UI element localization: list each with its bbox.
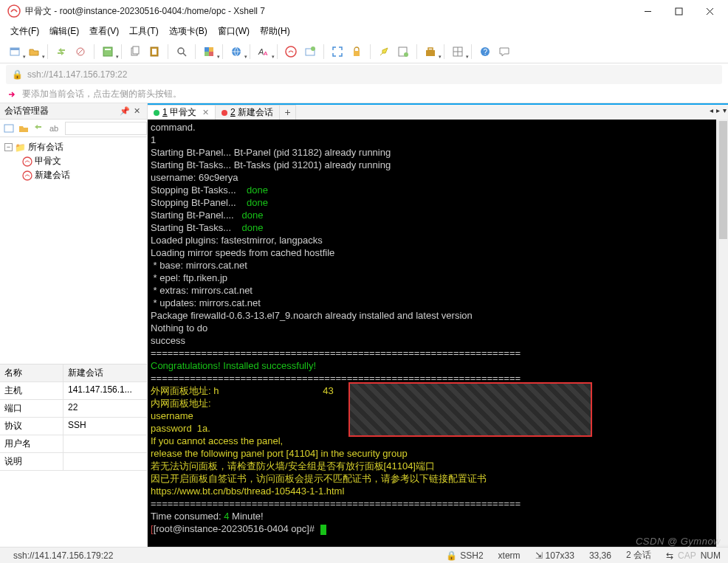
resize-icon: ⇲ [535,550,543,561]
properties-icon[interactable]: ▾ [99,43,117,61]
tab-new-session[interactable]: 2 新建会话 [216,105,280,120]
tab-menu-icon[interactable]: ▾ [723,106,727,114]
svg-rect-31 [428,48,433,50]
status-ssh: 🔒SSH2 [439,550,490,561]
status-dot-icon [222,110,227,116]
svg-point-29 [404,52,408,57]
collapse-icon[interactable]: − [4,143,13,151]
tree-item-jiaguwen[interactable]: 甲骨文 [1,154,145,168]
session-manager-title: 会话管理器 [4,105,119,117]
fullscreen-icon[interactable] [329,43,346,61]
lock-icon[interactable] [348,43,365,61]
session-manager-panel: 会话管理器 📌 ✕ ab − 📁 所有会话 甲骨文 新建会话 [0,103,148,547]
app-icon [7,4,21,18]
tree-root[interactable]: − 📁 所有会话 [1,140,145,154]
menu-tools[interactable]: 工具(T) [125,24,162,39]
session-manager-header: 会话管理器 📌 ✕ [0,103,147,120]
svg-rect-17 [205,47,209,52]
menu-edit[interactable]: 编辑(E) [45,24,83,39]
title-bar: 甲骨文 - root@instance-20230516-0404:/home/… [0,0,728,22]
toolbar: ▾ ▾ ▾ ▾ ▾ AA▾ ▾ ▾ ? [0,40,728,63]
outer-scrollbar[interactable] [718,121,728,545]
maximize-button[interactable] [663,0,694,22]
svg-point-24 [286,46,296,57]
status-term: xterm [491,550,528,561]
session-filter-input[interactable] [65,122,147,135]
new-folder-icon[interactable] [18,122,30,134]
tab-next-icon[interactable]: ▸ [716,106,720,114]
color-scheme-icon[interactable]: ▾ [200,43,218,61]
reconnect-icon[interactable] [52,43,70,61]
new-file-transfer-icon[interactable] [301,43,319,61]
status-pos: 33,36 [582,550,619,561]
layout-icon[interactable]: ▾ [449,43,467,61]
new-icon[interactable] [3,122,15,134]
status-sessions: 2 会话 [619,549,659,562]
refresh-icon[interactable]: ab [47,122,59,134]
menu-window[interactable]: 窗口(W) [213,24,254,39]
prop-row-port: 端口22 [0,400,147,418]
status-size: ⇲107x33 [528,550,582,561]
svg-rect-19 [205,52,209,56]
svg-rect-2 [676,8,682,15]
xftp-icon[interactable] [282,43,300,61]
session-icon [22,156,32,167]
session-tree[interactable]: − 📁 所有会话 甲骨文 新建会话 [0,137,147,362]
tab-prev-icon[interactable]: ◂ [710,106,713,114]
terminal-output[interactable]: command. 1 Starting Bt-Panel... Bt-Panel… [148,120,728,547]
status-address: ssh://141.147.156.179:22 [6,550,120,561]
svg-rect-30 [426,50,435,56]
terminal-cursor [320,525,326,535]
num-indicator: NUM [701,550,721,561]
tab-add-button[interactable]: + [280,105,296,120]
svg-rect-12 [133,46,139,54]
svg-rect-37 [4,125,13,132]
menu-view[interactable]: 查看(V) [85,24,123,39]
toggle-icon[interactable]: ⇆ [666,550,673,561]
tab-nav: ◂ ▸ ▾ [710,106,727,114]
address-bar[interactable]: 🔒 ssh://141.147.156.179:22 [6,65,722,84]
svg-text:A: A [264,50,268,57]
globe-icon[interactable]: ▾ [227,43,245,61]
disconnect-icon[interactable] [72,43,89,61]
find-icon[interactable] [173,43,190,61]
status-dot-icon [154,110,159,116]
panel-close-icon[interactable]: ✕ [131,106,142,116]
prop-row-host: 主机141.147.156.1... [0,382,147,400]
menu-bar: 文件(F) 编辑(E) 查看(V) 工具(T) 选项卡(B) 窗口(W) 帮助(… [0,22,728,40]
feedback-icon[interactable] [495,43,513,61]
pin-icon[interactable]: 📌 [119,106,131,116]
link-icon[interactable] [32,122,44,134]
svg-rect-6 [10,48,19,50]
highlight-icon[interactable] [375,43,393,61]
terminal-panel: 1 甲骨文 ✕ 2 新建会话 + ◂ ▸ ▾ command. 1 Starti… [148,103,728,547]
menu-file[interactable]: 文件(F) [6,24,44,39]
svg-text:?: ? [484,48,488,56]
arrow-hint-icon[interactable] [7,89,18,100]
menu-help[interactable]: 帮助(H) [255,24,295,39]
toolbox-icon[interactable]: ▾ [422,43,439,61]
paste-icon[interactable] [145,43,163,61]
tab-close-icon[interactable]: ✕ [202,108,209,117]
help-icon[interactable]: ? [476,43,494,61]
font-icon[interactable]: AA▾ [255,43,272,61]
hint-text: 要添加当前会话，点击左侧的箭头按钮。 [22,88,182,100]
prop-header-v: 新建会话 [63,365,147,381]
new-session-icon[interactable]: ▾ [6,43,24,61]
close-button[interactable] [694,0,725,22]
tab-jiaguwen[interactable]: 1 甲骨文 ✕ [148,105,216,120]
script-icon[interactable] [394,43,412,61]
tree-root-label: 所有会话 [28,141,63,153]
svg-point-15 [178,48,184,54]
prop-row-protocol: 协议SSH [0,418,147,435]
open-session-icon[interactable]: ▾ [25,43,43,61]
status-bar: ssh://141.147.156.179:22 🔒SSH2 xterm ⇲10… [0,547,728,563]
minimize-button[interactable] [632,0,663,22]
svg-rect-9 [103,47,112,56]
svg-line-8 [78,49,83,54]
menu-tabs[interactable]: 选项卡(B) [165,24,212,39]
lock-mini-icon: 🔒 [446,550,457,561]
tree-item-new-session[interactable]: 新建会话 [1,168,145,182]
copy-icon[interactable] [126,43,144,61]
svg-rect-18 [209,47,213,52]
